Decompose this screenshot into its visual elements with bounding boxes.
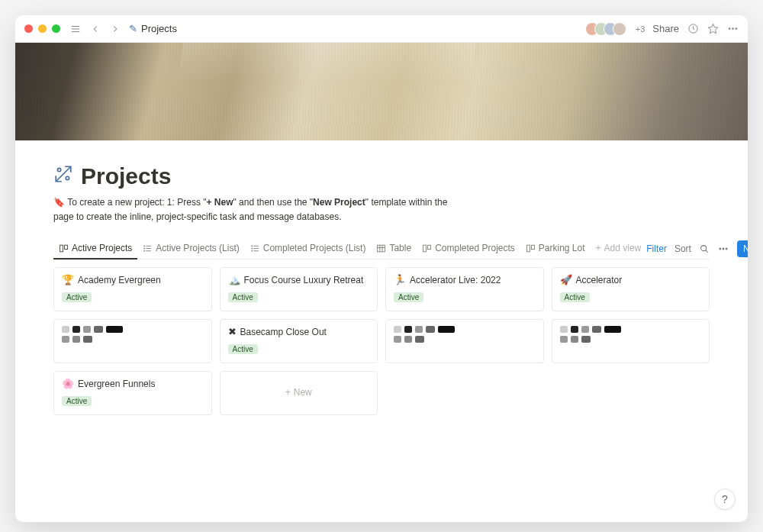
svg-point-17 <box>144 250 145 251</box>
gallery-card[interactable] <box>385 319 544 363</box>
favorite-icon[interactable] <box>707 23 719 35</box>
redacted-content <box>394 326 536 343</box>
view-tab[interactable]: Completed Projects <box>417 238 520 260</box>
gallery-card[interactable]: 🏔️Focus Course Luxury RetreatActive <box>220 267 378 311</box>
callout-icon: 🔖 <box>53 197 65 208</box>
board-icon <box>59 243 69 253</box>
updates-icon[interactable] <box>687 23 699 35</box>
add-view-label: Add view <box>604 243 642 253</box>
view-tab-label: Completed Projects (List) <box>263 243 366 253</box>
board-icon <box>526 243 536 253</box>
svg-point-34 <box>720 248 721 250</box>
filter-button[interactable]: Filter <box>646 243 667 254</box>
add-view-button[interactable]: + Add view <box>591 238 647 260</box>
table-icon <box>376 243 386 253</box>
svg-marker-4 <box>708 24 718 34</box>
breadcrumb-label: Projects <box>141 23 177 34</box>
view-tab-label: Parking Lot <box>539 243 585 253</box>
more-icon[interactable] <box>726 23 739 35</box>
card-title: Basecamp Close Out <box>240 327 327 337</box>
page-title[interactable]: Projects <box>81 163 171 189</box>
gallery-card[interactable] <box>53 319 212 363</box>
page-icon[interactable] <box>53 164 73 189</box>
sidebar-toggle-icon[interactable] <box>69 23 82 35</box>
view-tab[interactable]: Active Projects (List) <box>137 238 244 260</box>
redacted-content <box>62 326 204 343</box>
status-badge: Active <box>228 292 258 302</box>
card-emoji: ✖ <box>228 326 237 337</box>
card-title: Evergreen Funnels <box>78 379 155 389</box>
list-icon <box>143 243 153 253</box>
new-card-button[interactable]: +New <box>220 371 378 415</box>
svg-point-5 <box>729 28 730 30</box>
new-card-label: New <box>294 387 312 398</box>
svg-point-35 <box>723 248 725 250</box>
view-tab[interactable]: Completed Projects (List) <box>245 238 372 260</box>
board-icon <box>422 243 432 253</box>
new-button-label: New <box>743 243 748 254</box>
breadcrumb[interactable]: ✎ Projects <box>129 23 177 34</box>
gallery-card[interactable]: 🏃Accelerator Live: 2022Active <box>385 267 544 311</box>
list-icon <box>250 243 260 253</box>
svg-point-7 <box>735 28 736 30</box>
svg-rect-10 <box>60 245 63 252</box>
card-emoji: 🏆 <box>62 274 74 285</box>
svg-point-16 <box>144 248 145 249</box>
view-tab[interactable]: Active Projects <box>53 238 137 260</box>
svg-point-22 <box>251 248 252 249</box>
svg-rect-30 <box>526 245 530 252</box>
gallery-card[interactable] <box>552 319 710 363</box>
card-title: Accelerator Live: 2022 <box>410 275 501 285</box>
svg-point-23 <box>251 250 252 251</box>
window-controls <box>24 24 60 33</box>
page-description[interactable]: 🔖 To create a new project: 1: Press "+ N… <box>53 195 465 224</box>
svg-rect-31 <box>531 245 534 249</box>
svg-rect-28 <box>423 245 427 252</box>
gallery-view: 🏆Academy EvergreenActive🏔️Focus Course L… <box>53 267 710 415</box>
page-content: Projects 🔖 To create a new project: 1: P… <box>15 140 748 522</box>
svg-point-6 <box>732 28 733 30</box>
gallery-card[interactable]: 🏆Academy EvergreenActive <box>53 267 212 311</box>
card-title: Accelerator <box>576 275 623 285</box>
search-icon[interactable] <box>699 243 710 254</box>
view-tab-label: Active Projects <box>72 243 132 253</box>
view-tab-label: Table <box>389 243 411 253</box>
cover-image[interactable] <box>15 43 748 140</box>
svg-point-21 <box>251 246 252 247</box>
view-tab-label: Active Projects (List) <box>156 243 239 253</box>
svg-point-9 <box>66 176 69 179</box>
svg-rect-24 <box>378 245 385 252</box>
minimize-window-button[interactable] <box>38 24 47 33</box>
svg-point-32 <box>701 246 707 251</box>
forward-button[interactable] <box>109 23 121 35</box>
avatar-overflow-count[interactable]: +3 <box>636 24 645 34</box>
card-emoji: 🏔️ <box>228 274 240 285</box>
redacted-content <box>560 326 702 343</box>
card-title: Academy Evergreen <box>78 275 161 285</box>
svg-rect-29 <box>428 245 431 249</box>
close-window-button[interactable] <box>24 24 33 33</box>
gallery-card[interactable]: ✖Basecamp Close OutActive <box>220 319 378 363</box>
view-tab[interactable]: Table <box>371 238 417 260</box>
status-badge: Active <box>394 292 423 302</box>
back-button[interactable] <box>89 23 101 35</box>
new-button[interactable]: New <box>737 240 748 257</box>
page-icon-small: ✎ <box>129 23 137 34</box>
svg-rect-11 <box>65 245 68 249</box>
titlebar: ✎ Projects +3 Share <box>15 15 748 43</box>
collaborator-avatars[interactable] <box>585 22 626 36</box>
sort-button[interactable]: Sort <box>674 243 691 254</box>
svg-point-36 <box>726 248 728 250</box>
status-badge: Active <box>228 344 258 354</box>
maximize-window-button[interactable] <box>52 24 60 33</box>
gallery-card[interactable]: 🚀AcceleratorActive <box>552 267 710 311</box>
card-emoji: 🏃 <box>394 274 406 285</box>
gallery-card[interactable]: 🌸Evergreen FunnelsActive <box>53 371 212 415</box>
svg-point-8 <box>57 168 60 171</box>
more-options-icon[interactable] <box>718 243 729 254</box>
status-badge: Active <box>62 292 92 302</box>
share-button[interactable]: Share <box>652 23 679 34</box>
card-title: Focus Course Luxury Retreat <box>244 275 364 285</box>
plus-icon: + <box>285 387 291 398</box>
view-tab[interactable]: Parking Lot <box>520 238 591 260</box>
